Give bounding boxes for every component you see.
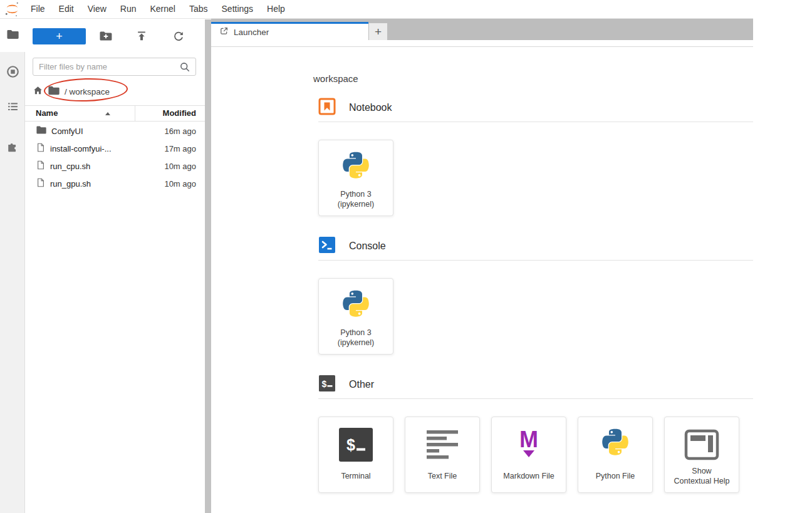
panel-resize-divider[interactable] — [205, 19, 211, 513]
extensions-puzzle-icon — [6, 140, 19, 156]
python-logo-icon — [599, 425, 632, 464]
folder-icon — [48, 85, 60, 98]
file-icon — [36, 142, 46, 155]
launcher-card-console-python3[interactable]: Python 3 (ipykernel) — [318, 278, 393, 355]
launcher-section-console: Console Python 3 (ipykernel) — [318, 237, 753, 355]
file-row-install-comfyui[interactable]: install-comfyui-... 17m ago — [25, 140, 205, 157]
sidebar-tab-running-sessions[interactable] — [0, 58, 25, 87]
cards-row: Python 3 (ipykernel) — [318, 278, 753, 355]
column-header-modified[interactable]: Modified — [163, 106, 196, 121]
file-modified: 10m ago — [164, 162, 205, 171]
section-title: Other — [349, 379, 374, 390]
running-sessions-icon — [6, 65, 20, 81]
new-folder-icon — [99, 30, 113, 44]
file-browser-panel: + — [25, 19, 205, 513]
menu-file[interactable]: File — [24, 0, 52, 18]
launcher-card-text-file[interactable]: Text File — [405, 417, 480, 493]
table-of-contents-icon — [6, 100, 19, 116]
card-label: Python 3 (ipykernel) — [338, 190, 374, 209]
menu-settings[interactable]: Settings — [215, 0, 261, 18]
launcher-card-markdown-file[interactable]: M Markdown File — [491, 417, 566, 493]
new-launcher-button[interactable]: + — [33, 28, 86, 44]
file-modified: 16m ago — [164, 127, 205, 136]
left-activity-bar — [0, 19, 25, 513]
svg-text:$: $ — [322, 379, 327, 389]
upload-icon — [135, 30, 148, 44]
section-header: $ Other — [318, 376, 753, 393]
file-row-comfyui[interactable]: ComfyUI 16m ago — [25, 122, 205, 140]
contextual-help-icon — [684, 425, 719, 464]
tab-bar: Launcher + — [211, 19, 753, 40]
file-list-header: Name Modified — [25, 105, 205, 122]
console-icon — [318, 236, 336, 256]
launcher-icon — [219, 26, 229, 38]
filter-box — [33, 58, 196, 76]
file-modified: 10m ago — [164, 179, 205, 189]
sort-ascending-icon — [105, 112, 110, 115]
section-header: Console — [318, 237, 753, 255]
screen: File Edit View Run Kernel Tabs Settings … — [0, 0, 812, 513]
text-lines-icon — [427, 425, 458, 464]
card-label: Python 3 (ipykernel) — [338, 329, 374, 348]
section-divider — [318, 398, 753, 399]
file-row-run-gpu[interactable]: run_gpu.sh 10m ago — [25, 175, 205, 192]
launcher-card-terminal[interactable]: $ Terminal — [318, 417, 393, 493]
file-icon — [36, 160, 46, 173]
launcher-card-notebook-python3[interactable]: Python 3 (ipykernel) — [318, 140, 393, 216]
breadcrumb: / workspace — [33, 83, 110, 100]
search-icon — [179, 61, 190, 73]
cards-row: $ Terminal — [318, 417, 753, 493]
upload-button[interactable] — [133, 29, 150, 45]
menu-help[interactable]: Help — [260, 0, 292, 18]
menu-items: File Edit View Run Kernel Tabs Settings … — [24, 0, 292, 18]
svg-text:$: $ — [346, 436, 355, 453]
menu-tabs[interactable]: Tabs — [182, 0, 215, 18]
menu-kernel[interactable]: Kernel — [143, 0, 182, 18]
file-modified: 17m ago — [164, 144, 205, 153]
svg-text:M: M — [519, 428, 538, 452]
breadcrumb-folder-button[interactable] — [48, 85, 60, 98]
column-header-name[interactable]: Name — [36, 106, 58, 121]
menu-edit[interactable]: Edit — [52, 0, 81, 18]
tab-label: Launcher — [234, 28, 269, 37]
filter-files-input[interactable] — [33, 62, 179, 71]
launcher-cwd: workspace — [313, 73, 753, 84]
file-name: run_cpu.sh — [50, 162, 90, 171]
python-logo-icon — [340, 148, 372, 187]
breadcrumb-path: / workspace — [65, 87, 110, 96]
section-divider — [318, 122, 753, 122]
section-title: Notebook — [349, 102, 392, 113]
column-divider — [135, 106, 135, 121]
card-label: Show Contextual Help — [674, 467, 730, 486]
refresh-icon — [172, 30, 185, 44]
new-tab-button[interactable]: + — [369, 23, 387, 40]
file-name: ComfyUI — [51, 127, 83, 136]
sidebar-tab-file-browser[interactable] — [0, 19, 25, 52]
card-label: Text File — [428, 467, 457, 486]
jupyterlab-window: File Edit View Run Kernel Tabs Settings … — [0, 0, 753, 513]
file-row-run-cpu[interactable]: run_cpu.sh 10m ago — [25, 157, 205, 175]
section-header: Notebook — [318, 99, 753, 117]
folder-icon — [36, 125, 47, 137]
launcher-card-show-contextual-help[interactable]: Show Contextual Help — [664, 417, 739, 493]
menu-view[interactable]: View — [81, 0, 113, 18]
file-icon — [36, 177, 46, 190]
card-label: Markdown File — [503, 467, 554, 486]
breadcrumb-home-button[interactable] — [33, 85, 43, 98]
launcher-card-python-file[interactable]: Python File — [578, 417, 653, 493]
sidebar-tab-extensions[interactable] — [0, 133, 25, 162]
section-title: Console — [349, 241, 386, 252]
terminal-icon: $ — [338, 425, 373, 464]
markdown-icon: M — [514, 425, 543, 464]
main-dock: Launcher + workspace Notebook — [211, 19, 753, 513]
sidebar-tab-table-of-contents[interactable] — [0, 93, 25, 122]
launcher-section-notebook: Notebook Python 3 (ipykernel) — [318, 99, 753, 216]
refresh-button[interactable] — [170, 29, 187, 45]
new-folder-button[interactable] — [98, 29, 114, 45]
section-divider — [318, 260, 753, 261]
notebook-icon — [318, 98, 336, 118]
cards-row: Python 3 (ipykernel) — [318, 140, 753, 216]
terminal-small-icon: $ — [318, 375, 336, 395]
menu-run[interactable]: Run — [113, 0, 143, 18]
tab-launcher[interactable]: Launcher — [211, 22, 368, 40]
